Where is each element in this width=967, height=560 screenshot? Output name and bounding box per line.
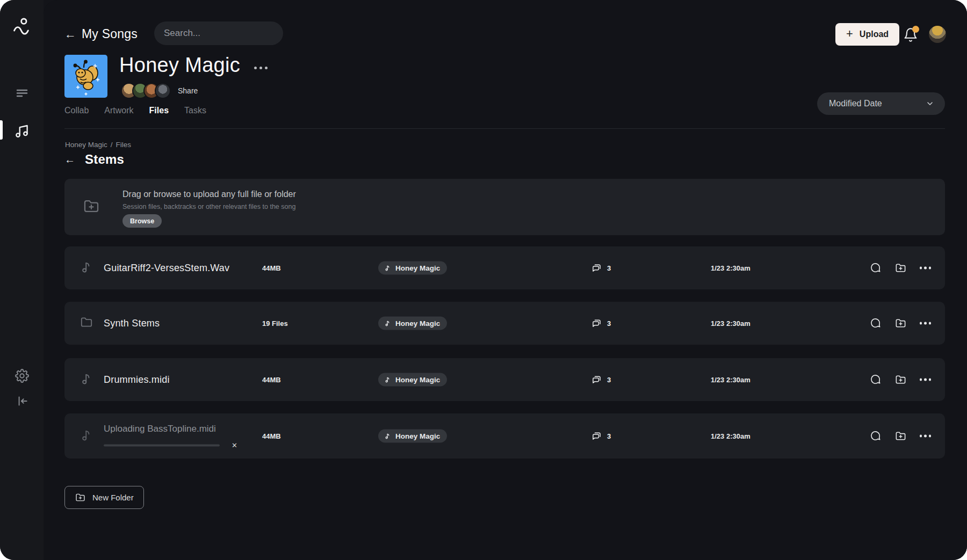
song-badge[interactable]: Honey Magic [378, 430, 447, 443]
back-arrow-icon: ← [64, 28, 76, 40]
file-row[interactable]: Drummies.midi 44MB Honey Magic 3 1/23 2:… [64, 358, 945, 401]
tab-collab[interactable]: Collab [64, 106, 89, 115]
comment-count[interactable]: 3 [591, 374, 611, 386]
folder-plus-icon [75, 492, 86, 503]
album-artwork[interactable] [64, 55, 107, 98]
comment-bubble-icon[interactable] [869, 317, 882, 330]
user-avatar[interactable] [929, 26, 946, 43]
song-title: Honey Magic [119, 54, 240, 77]
file-row[interactable]: GuitarRiff2-VersesStem.Wav 44MB Honey Ma… [64, 246, 945, 289]
breadcrumb: Honey Magic / Files [65, 141, 131, 149]
sort-dropdown-value: Modified Date [829, 99, 882, 108]
move-to-folder-icon[interactable] [894, 374, 907, 386]
search-bar[interactable] [154, 21, 283, 45]
search-input[interactable] [164, 28, 283, 39]
comment-count[interactable]: 3 [591, 318, 611, 329]
tab-artwork[interactable]: Artwork [104, 106, 133, 115]
folder-plus-icon [82, 197, 100, 217]
song-tabs: Collab Artwork Files Tasks [64, 106, 206, 115]
browse-button[interactable]: Browse [122, 214, 162, 228]
move-to-folder-icon[interactable] [894, 317, 907, 330]
tab-files[interactable]: Files [149, 106, 169, 115]
sort-dropdown[interactable]: Modified Date [817, 92, 945, 115]
music-note-icon [384, 433, 391, 440]
file-name: Drummies.midi [104, 374, 170, 386]
breadcrumb-separator: / [111, 141, 113, 149]
row-more-menu-icon[interactable] [920, 379, 932, 381]
app-logo-icon[interactable] [0, 14, 44, 38]
folder-name: Synth Stems [104, 318, 160, 329]
notifications-bell-icon[interactable] [903, 27, 918, 42]
back-to-my-songs[interactable]: ← My Songs [64, 27, 138, 41]
song-badge[interactable]: Honey Magic [378, 373, 447, 387]
music-note-icon [384, 265, 391, 272]
header-divider [64, 128, 945, 129]
file-size: 44MB [262, 264, 281, 272]
collaborators-row: Share [121, 83, 198, 99]
notification-dot [912, 26, 919, 33]
tab-tasks[interactable]: Tasks [184, 106, 206, 115]
row-more-menu-icon[interactable] [920, 435, 932, 438]
new-folder-button[interactable]: New Folder [64, 486, 144, 509]
music-note-icon [384, 376, 391, 383]
folder-icon [80, 315, 93, 331]
sidebar-item-songs-list[interactable] [0, 84, 44, 102]
app-window: ← My Songs + Upload [0, 0, 967, 560]
comment-bubble-icon[interactable] [869, 374, 882, 386]
uploading-file-row[interactable]: Uploading BassTopline.midi ✕ 44MB Honey … [64, 413, 945, 459]
uploading-file-name: Uploading BassTopline.midi [104, 424, 216, 434]
modified-date: 1/23 2:30am [711, 264, 750, 272]
row-more-menu-icon[interactable] [920, 322, 932, 325]
song-badge[interactable]: Honey Magic [378, 261, 447, 275]
comment-bubble-icon[interactable] [869, 430, 882, 442]
comment-count[interactable]: 3 [591, 263, 611, 274]
upload-dropzone[interactable]: Drag or browse to upload any full file o… [64, 179, 945, 235]
modified-date: 1/23 2:30am [711, 376, 750, 384]
file-size: 44MB [262, 376, 281, 384]
breadcrumb-song[interactable]: Honey Magic [65, 141, 107, 149]
breadcrumb-files[interactable]: Files [116, 141, 132, 149]
file-name: GuitarRiff2-VersesStem.Wav [104, 263, 229, 274]
music-note-icon [384, 320, 391, 327]
sidebar [0, 0, 44, 560]
comment-count[interactable]: 3 [591, 431, 611, 442]
folder-count: 19 Files [262, 319, 288, 328]
settings-gear-icon[interactable] [0, 367, 44, 385]
cancel-upload-icon[interactable]: ✕ [232, 442, 237, 449]
move-to-folder-icon[interactable] [894, 262, 907, 274]
modified-date: 1/23 2:30am [711, 432, 750, 440]
song-more-menu-icon[interactable] [254, 61, 268, 69]
comments-icon [591, 263, 602, 274]
section-title: Stems [85, 152, 124, 167]
comments-icon [591, 318, 602, 329]
share-button[interactable]: Share [178, 86, 198, 95]
music-note-icon [80, 260, 93, 276]
upload-progress-bar [104, 444, 220, 446]
comments-icon [591, 374, 602, 386]
row-more-menu-icon[interactable] [920, 267, 932, 270]
plus-icon: + [846, 28, 853, 40]
song-badge[interactable]: Honey Magic [378, 317, 447, 330]
modified-date: 1/23 2:30am [711, 319, 750, 328]
collaborator-avatar[interactable] [155, 83, 171, 99]
section-back-arrow[interactable]: ← [64, 154, 75, 165]
dropzone-subtitle: Session files, backtracks or other relev… [122, 203, 295, 210]
comments-icon [591, 431, 602, 442]
folder-row[interactable]: Synth Stems 19 Files Honey Magic 3 1/23 … [64, 302, 945, 345]
main-content: ← My Songs + Upload [44, 0, 967, 560]
upload-button[interactable]: + Upload [835, 23, 899, 46]
music-note-icon [80, 372, 93, 388]
sidebar-item-music[interactable] [0, 120, 44, 140]
move-to-folder-icon[interactable] [894, 430, 907, 442]
page-title: My Songs [82, 27, 138, 41]
file-size: 44MB [262, 432, 281, 440]
chevron-down-icon [926, 99, 934, 108]
comment-bubble-icon[interactable] [869, 262, 882, 274]
dropzone-title: Drag or browse to upload any full file o… [122, 190, 296, 199]
music-note-icon [80, 428, 93, 444]
collapse-sidebar-icon[interactable] [0, 392, 44, 410]
